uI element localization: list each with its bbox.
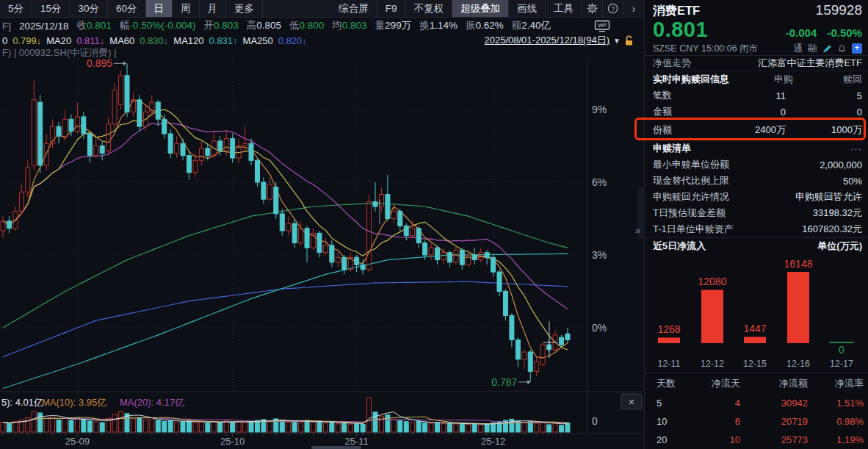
tag-margin-rong: 融 <box>808 42 817 55</box>
exchange-label: SZSE <box>653 43 677 54</box>
date-range-control[interactable]: 2025/08/01-2025/12/18(94日) ▼ <box>485 34 634 47</box>
quote-tags: 通 融 + <box>793 42 862 55</box>
volume-ma-label: MA(10): 3.95亿 <box>42 397 106 408</box>
tool-F9[interactable]: F9 <box>377 0 406 17</box>
rt-col-subscribe: 申购 <box>729 73 793 86</box>
tab-15分[interactable]: 15分 <box>32 0 70 17</box>
table-row: 106207190.98% <box>645 412 868 431</box>
tag-margin-tong: 通 <box>793 42 803 55</box>
settings-gear-icon[interactable] <box>582 0 603 17</box>
ma-token: 0.811↓ <box>76 35 104 46</box>
high-price-annotation: 0.895 <box>87 59 112 69</box>
field-振: 振0.62% <box>466 19 504 32</box>
list-row-T日预估现金差额: T日预估现金差额33198.32元 <box>645 205 868 221</box>
bar-value-label: 0 <box>839 344 845 356</box>
y-axis-label: 9% <box>592 104 607 115</box>
gear-icon <box>587 3 598 14</box>
ma-token: MA60 <box>109 35 134 46</box>
help-icon[interactable]: ? <box>603 0 623 17</box>
chart-horizontal-scrollbar[interactable] <box>311 446 361 449</box>
table-row: 54309421.51% <box>645 394 868 412</box>
y-axis-label: 0% <box>592 322 607 334</box>
right-panel: 消费ETF 159928 0.801 -0.004 -0.50% SZSE CN… <box>644 0 868 449</box>
rt-col-redeem: 赎回 <box>793 73 862 86</box>
volume-axis-label: 0 <box>592 415 598 427</box>
volume-ma-label: 5): 4.01亿 <box>1 397 43 408</box>
tool-超级叠加[interactable]: 超级叠加 <box>452 0 509 17</box>
bar-category-label: 12-16 <box>786 359 810 369</box>
list-row-最小申赎单位份额: 最小申赎单位份额2,000,000 <box>645 157 868 173</box>
unlock-icon[interactable] <box>624 35 634 46</box>
caret-down-icon[interactable]: ▼ <box>613 37 621 45</box>
tab-周[interactable]: 周 <box>173 0 200 17</box>
pencil-icon[interactable] <box>822 44 832 54</box>
security-name: 消费ETF <box>653 3 700 19</box>
interval-tabs: 5分15分30分60分日周月更多 <box>0 0 263 17</box>
nav-trend-row[interactable]: 净值走势 汇添富中证主要消费ETF <box>645 56 868 71</box>
stock-app-window: 5分15分30分60分日周月更多 综合屏F9不复权超级叠加画线工具 ? › <box>0 0 868 449</box>
tab-60分[interactable]: 60分 <box>108 0 146 17</box>
quote-header: 消费ETF 159928 0.801 -0.004 -0.50% SZSE CN… <box>645 0 868 56</box>
bar-value-label: 1268 <box>657 323 680 335</box>
x-axis-label: 25-10 <box>220 436 245 447</box>
field-低: 低0.800 <box>289 19 324 32</box>
bar-value-label: 12080 <box>698 276 727 287</box>
tab-30分[interactable]: 30分 <box>70 0 109 17</box>
toolbar-tools: 综合屏F9不复权超级叠加画线工具 <box>330 0 582 17</box>
tab-更多[interactable]: 更多 <box>226 0 263 17</box>
tool-工具[interactable]: 工具 <box>546 0 582 17</box>
ma-token: MA20 <box>46 35 71 46</box>
tab-月[interactable]: 月 <box>200 0 227 17</box>
overlay-symbol-row: F) | 000932.SH(中证消费) | <box>2 46 117 60</box>
bell-icon[interactable] <box>837 44 847 54</box>
more-tools-chevron[interactable]: › <box>623 0 644 17</box>
more-dots-icon[interactable]: ··· <box>850 143 862 154</box>
info-date: 2025/12/18 <box>19 21 69 32</box>
quote-subrow: SZSE CNY 15:00:06 闭市 通 融 + <box>653 42 862 55</box>
list-header-label: 申赎清单 <box>653 142 691 155</box>
bar-category-label: 12-15 <box>743 359 767 369</box>
kline-chart-canvas[interactable]: 9%6%3%0%25-0925-1025-1125-125): 4.01亿MA(… <box>0 59 644 449</box>
nav-row-label: 净值走势 <box>653 57 691 70</box>
nav-row-value: 汇添富中证主要消费ETF <box>758 57 862 70</box>
x-axis-label: 25-12 <box>481 436 505 447</box>
tab-5分[interactable]: 5分 <box>0 0 32 17</box>
netflow-unit-label: 单位(万元) <box>817 240 862 253</box>
volume-ma-label: MA(20): 4.17亿 <box>120 397 184 408</box>
market-status: 闭市 <box>739 43 758 55</box>
netflow-header-label: 近5日净流入 <box>653 240 706 253</box>
add-watchlist-icon[interactable]: + <box>852 43 862 54</box>
wp-widget-button[interactable]: WP <box>594 20 610 32</box>
field-幅: 幅-0.50%(-0.004) <box>120 19 196 32</box>
field-量: 量299万 <box>375 19 412 32</box>
close-volume-pane-button[interactable]: × <box>621 394 642 409</box>
tab-日[interactable]: 日 <box>146 0 173 17</box>
tool-综合屏[interactable]: 综合屏 <box>330 0 377 17</box>
question-circle-icon: ? <box>607 3 618 14</box>
ma-token: 0 <box>2 35 7 46</box>
date-range-text[interactable]: 2025/08/01-2025/12/18(94日) <box>485 34 610 47</box>
price-change: -0.004 -0.50% <box>778 26 862 39</box>
currency-label: CNY <box>679 43 698 54</box>
chevron-right-icon: › <box>632 2 636 15</box>
field-收: 收0.801 <box>77 19 112 32</box>
change-percent: -0.50% <box>827 26 862 39</box>
table-header-row: 天数净流天净流额净流率 <box>645 373 868 394</box>
svg-text:?: ? <box>611 5 615 12</box>
y-axis-label: 3% <box>592 249 607 261</box>
close-icon: × <box>629 395 635 408</box>
bar-value-label: 1447 <box>743 323 766 334</box>
tool-画线[interactable]: 画线 <box>509 0 546 17</box>
rt-row-金额: 金额00 <box>645 104 868 120</box>
x-axis-label: 25-11 <box>345 436 369 447</box>
tool-不复权[interactable]: 不复权 <box>406 0 453 17</box>
netflow-bar <box>701 290 723 343</box>
rt-rows: 笔数115金额00份额2400万1000万 <box>645 87 868 140</box>
ma-token: 0.831↑ <box>209 35 238 46</box>
wp-monitor-icon: WP <box>594 20 610 32</box>
bar-category-label: 12-12 <box>701 359 724 369</box>
list-row-申购赎回允许情况: 申购赎回允许情况申购赎回皆允许 <box>645 189 868 205</box>
list-rows: 最小申赎单位份额2,000,000现金替代比例上限50%申购赎回允许情况申购赎回… <box>645 157 868 237</box>
collapse-chevron-icon[interactable]: » <box>635 225 640 236</box>
netflow-bar <box>658 337 680 343</box>
